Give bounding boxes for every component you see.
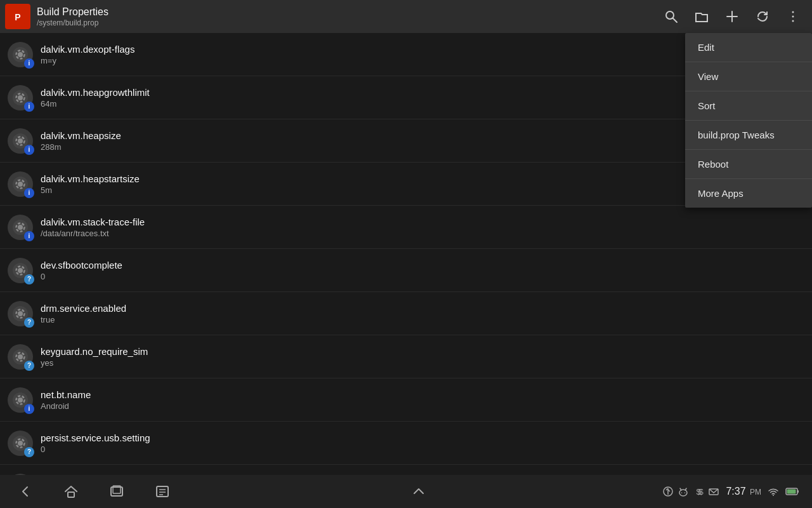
svg-point-6	[792, 11, 794, 13]
item-key: dalvik.vm.stack-trace-file	[41, 217, 804, 227]
menu-item-more-apps[interactable]: More Apps	[685, 179, 812, 208]
item-text-block: dev.sfbootcomplete 0	[41, 260, 804, 281]
item-key: persist.service.usb.setting	[41, 432, 804, 443]
android-icon	[678, 486, 689, 497]
svg-rect-42	[68, 492, 74, 497]
item-badge: i	[24, 145, 34, 155]
svg-point-31	[18, 354, 23, 359]
bottom-bar: $ $ 7:37 PM	[0, 475, 812, 508]
item-icon: i	[8, 215, 33, 240]
search-button[interactable]	[657, 3, 685, 30]
app-bar-left: P Build Properties /system/build.prop	[5, 4, 657, 29]
list-item[interactable]: i dalvik.vm.stack-trace-file /data/anr/t…	[0, 206, 812, 249]
item-text-block: persist.service.usb.setting 0	[41, 432, 804, 454]
svg-point-19	[18, 182, 23, 187]
app-icon: P	[5, 4, 30, 29]
svg-rect-63	[787, 490, 796, 494]
item-icon: i	[8, 85, 33, 110]
back-button[interactable]	[13, 479, 38, 504]
dollar-icon: $ $	[693, 486, 704, 497]
wifi-icon	[768, 486, 779, 497]
item-icon: ?	[8, 258, 33, 283]
app-subtitle: /system/build.prop	[37, 18, 108, 27]
item-value: 0	[41, 272, 804, 281]
menu-item-reboot[interactable]: Reboot	[685, 150, 812, 179]
svg-point-22	[18, 225, 23, 230]
svg-point-8	[792, 20, 794, 22]
folder-button[interactable]	[688, 3, 716, 30]
svg-point-16	[18, 138, 23, 144]
item-text-block: dalvik.vm.stack-trace-file /data/anr/tra…	[41, 217, 804, 238]
time-ampm: PM	[750, 488, 761, 497]
item-key: dev.sfbootcomplete	[41, 260, 804, 271]
svg-line-56	[680, 488, 681, 490]
recents-button[interactable]	[104, 479, 129, 504]
menu-item-edit[interactable]: Edit	[685, 33, 812, 62]
battery-icon	[785, 487, 799, 496]
list-item[interactable]: ? persist.service.usb.setting 0	[0, 422, 812, 465]
home-button[interactable]	[58, 479, 84, 504]
item-text-block: drm.service.enabled true	[41, 303, 804, 324]
list-item[interactable]: ? rild.libargs -d /dev/ttys0	[0, 465, 812, 475]
svg-rect-64	[797, 490, 799, 493]
menu-item-sort[interactable]: Sort	[685, 91, 812, 121]
item-text-block: keyguard.no_require_sim yes	[41, 346, 804, 368]
item-badge: i	[24, 404, 34, 414]
dropdown-menu: EditViewSortbuild.prop TweaksRebootMore …	[685, 33, 812, 208]
app-title-block: Build Properties /system/build.prop	[37, 6, 108, 27]
bottom-center	[406, 479, 431, 504]
menu-item-build.prop-tweaks[interactable]: build.prop Tweaks	[685, 121, 812, 150]
svg-point-34	[18, 398, 23, 403]
main-content: i dalvik.vm.dexopt-flags m=y i dalvik.vm…	[0, 33, 812, 475]
menu-item-view[interactable]: View	[685, 62, 812, 91]
item-icon: i	[8, 171, 33, 197]
more-button[interactable]	[779, 3, 807, 30]
bottom-right: $ $ 7:37 PM	[662, 486, 799, 497]
email-icon	[708, 486, 719, 497]
svg-point-13	[18, 95, 23, 100]
item-badge: ?	[24, 361, 34, 371]
list-item[interactable]: ? drm.service.enabled true	[0, 292, 812, 335]
refresh-button[interactable]	[749, 3, 776, 30]
svg-text:P: P	[15, 12, 20, 22]
app-title: Build Properties	[37, 6, 108, 18]
svg-text:$: $	[699, 487, 704, 497]
list-item[interactable]: ? keyguard.no_require_sim yes	[0, 335, 812, 378]
item-value: Android	[41, 401, 804, 411]
svg-point-7	[792, 16, 794, 18]
status-time: 7:37 PM	[726, 486, 761, 497]
item-badge: ?	[24, 318, 34, 328]
status-icons: $ $	[662, 486, 719, 497]
item-icon: i	[8, 128, 33, 154]
svg-point-10	[18, 52, 23, 57]
svg-line-3	[673, 18, 678, 23]
item-key: net.bt.name	[41, 389, 804, 400]
item-badge: i	[24, 188, 34, 198]
svg-point-61	[773, 495, 774, 496]
up-arrow-button[interactable]	[406, 479, 431, 504]
time-display: 7:37	[726, 486, 745, 497]
item-icon: ?	[8, 431, 33, 456]
svg-point-53	[679, 490, 687, 496]
svg-line-57	[685, 488, 686, 490]
app-bar: P Build Properties /system/build.prop	[0, 0, 812, 33]
item-key: drm.service.enabled	[41, 303, 804, 314]
svg-point-28	[18, 311, 23, 316]
item-value: 0	[41, 444, 804, 454]
item-value: /data/anr/traces.txt	[41, 229, 804, 238]
item-badge: i	[24, 102, 34, 112]
item-icon: i	[8, 387, 33, 413]
svg-point-55	[684, 492, 686, 493]
item-icon: i	[8, 42, 33, 67]
menu-button[interactable]	[150, 479, 175, 504]
list-item[interactable]: ? dev.sfbootcomplete 0	[0, 249, 812, 292]
svg-point-54	[681, 492, 683, 493]
item-value: yes	[41, 358, 804, 368]
item-value: true	[41, 315, 804, 324]
add-button[interactable]	[718, 3, 746, 30]
item-badge: ?	[24, 274, 34, 284]
svg-point-25	[18, 268, 23, 273]
item-icon: ?	[8, 301, 33, 326]
item-badge: i	[24, 231, 34, 241]
list-item[interactable]: i net.bt.name Android	[0, 378, 812, 422]
